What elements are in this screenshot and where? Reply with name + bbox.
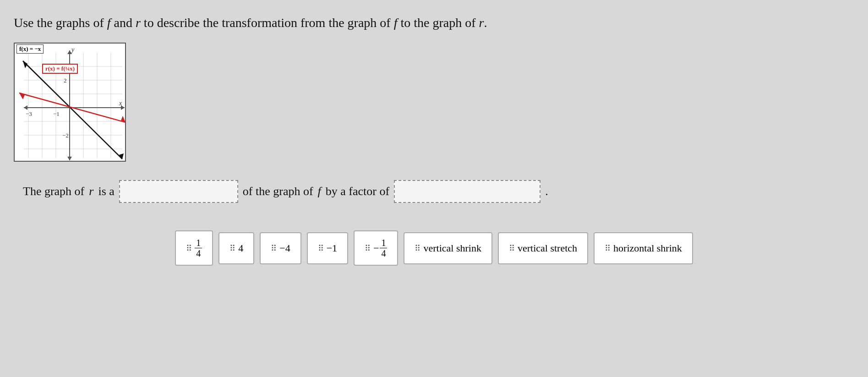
sentence-r-var: r [89, 185, 93, 198]
tile-vertical-shrink[interactable]: ⠿ vertical shrink [404, 232, 492, 264]
drag-icon: ⠿ [415, 243, 420, 253]
drag-icon: ⠿ [318, 243, 323, 253]
drag-icon: ⠿ [229, 243, 235, 253]
tiles-area: ⠿ 1 4 ⠿ 4 ⠿ −4 ⠿ −1 ⠿ − 1 [14, 230, 854, 266]
tile-neg-quarter[interactable]: ⠿ − 1 4 [354, 230, 398, 266]
graph-wrapper: f(x) = −x r(x) = f(¼x) [14, 43, 854, 162]
drag-icon: ⠿ [271, 243, 276, 253]
svg-text:y: y [71, 46, 75, 53]
rx-label: r(x) = f(¼x) [42, 64, 78, 74]
tile-horizontal-shrink[interactable]: ⠿ horizontal shrink [594, 232, 693, 264]
question-f-var2: f [394, 16, 398, 30]
svg-marker-27 [23, 61, 27, 68]
question-r-var2: r [479, 16, 484, 30]
sentence-is-a: is a [98, 185, 114, 198]
svg-text:−3: −3 [26, 110, 32, 117]
sentence-by-factor: by a factor of [326, 185, 389, 198]
sentence-f-var: f [318, 185, 321, 198]
sentence-of-text: of the graph of [243, 185, 313, 198]
graph-svg: x y −3 −1 2 −2 [15, 44, 126, 162]
question-rest: to describe the transformation from the … [144, 16, 391, 30]
svg-text:2: 2 [64, 77, 67, 84]
tile-vertical-stretch-label: vertical stretch [518, 242, 577, 254]
tile-horizontal-shrink-label: horizontal shrink [613, 242, 682, 254]
sentence-area: The graph of r is a of the graph of f by… [14, 180, 854, 203]
sentence-prefix: The graph of [23, 185, 84, 198]
svg-line-26 [23, 61, 122, 159]
drop-zone-transformation[interactable] [119, 180, 238, 203]
question-use-graphs: Use the graphs of [14, 16, 104, 30]
tile-quarter[interactable]: ⠿ 1 4 [175, 230, 213, 266]
fraction-quarter: 1 4 [195, 238, 202, 258]
drag-icon: ⠿ [365, 243, 370, 253]
tile-neg4-label: −4 [279, 242, 290, 254]
question-r-var: r [136, 16, 141, 30]
question-and: and [114, 16, 132, 30]
question-text: Use the graphs of f and r to describe th… [14, 14, 854, 32]
tile-neg1[interactable]: ⠿ −1 [307, 232, 348, 264]
tile-4-label: 4 [238, 242, 243, 254]
svg-text:x: x [119, 100, 122, 107]
question-to-text: to the graph of [400, 16, 475, 30]
tile-4[interactable]: ⠿ 4 [218, 232, 254, 264]
drag-icon: ⠿ [605, 243, 610, 253]
svg-text:−2: −2 [62, 132, 69, 139]
drag-icon: ⠿ [509, 243, 514, 253]
drop-zone-factor[interactable] [394, 180, 540, 203]
svg-marker-19 [67, 157, 72, 160]
tile-vertical-shrink-label: vertical shrink [423, 242, 481, 254]
svg-text:−1: −1 [53, 110, 60, 117]
drag-icon: ⠿ [186, 243, 191, 253]
fx-label: f(x) = −x [16, 44, 44, 54]
question-f-var: f [107, 16, 111, 30]
tile-neg1-label: −1 [327, 242, 337, 254]
tile-vertical-stretch[interactable]: ⠿ vertical stretch [498, 232, 588, 264]
main-container: Use the graphs of f and r to describe th… [0, 0, 868, 275]
svg-marker-16 [24, 105, 27, 110]
tile-neg4[interactable]: ⠿ −4 [260, 232, 301, 264]
neg-fraction-quarter: − 1 4 [373, 238, 387, 258]
graph-box: f(x) = −x r(x) = f(¼x) [14, 43, 126, 162]
